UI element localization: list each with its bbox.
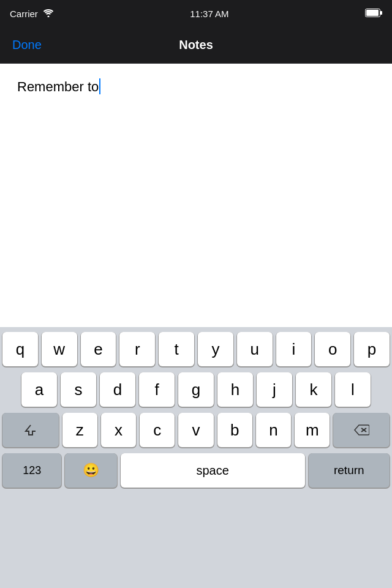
key-k[interactable]: k	[296, 372, 331, 407]
status-bar: Carrier 11:37 AM	[0, 0, 392, 27]
key-l[interactable]: l	[335, 372, 371, 407]
key-t[interactable]: t	[159, 332, 194, 366]
key-p[interactable]: p	[354, 332, 390, 366]
keyboard: q w e r t y u i o p a s d f g h j k l z …	[0, 327, 392, 588]
key-e[interactable]: e	[81, 332, 116, 366]
emoji-icon: 😀	[83, 462, 99, 478]
done-button[interactable]: Done	[12, 38, 42, 52]
key-m[interactable]: m	[295, 413, 330, 447]
keyboard-row-2: a s d f g h j k l	[0, 372, 392, 407]
keyboard-row-1: q w e r t y u i o p	[0, 332, 392, 366]
wifi-icon	[43, 9, 54, 19]
svg-rect-2	[380, 11, 382, 15]
key-w[interactable]: w	[42, 332, 77, 366]
key-n[interactable]: n	[256, 413, 291, 447]
nav-bar: Done Notes	[0, 27, 392, 64]
key-i[interactable]: i	[276, 332, 312, 366]
delete-key[interactable]	[333, 413, 390, 447]
key-b[interactable]: b	[217, 413, 252, 447]
key-g[interactable]: g	[178, 372, 214, 407]
key-j[interactable]: j	[257, 372, 292, 407]
return-key[interactable]: return	[309, 453, 390, 488]
numbers-key[interactable]: 123	[2, 453, 61, 488]
key-c[interactable]: c	[140, 413, 175, 447]
svg-rect-3	[366, 10, 379, 16]
key-h[interactable]: h	[217, 372, 253, 407]
key-x[interactable]: x	[101, 413, 136, 447]
time-display: 11:37 AM	[190, 9, 228, 19]
battery-icon	[365, 9, 382, 19]
emoji-key[interactable]: 😀	[65, 453, 116, 488]
key-o[interactable]: o	[315, 332, 350, 366]
keyboard-row-3: z x c v b n m	[0, 413, 392, 447]
key-z[interactable]: z	[62, 413, 97, 447]
svg-point-0	[47, 15, 49, 17]
notes-text: Remember to	[17, 79, 99, 94]
status-left: Carrier	[10, 9, 54, 19]
key-f[interactable]: f	[139, 372, 175, 407]
space-key[interactable]: space	[121, 453, 305, 488]
key-q[interactable]: q	[2, 332, 38, 366]
key-u[interactable]: u	[237, 332, 273, 366]
key-d[interactable]: d	[100, 372, 135, 407]
key-r[interactable]: r	[119, 332, 155, 366]
key-s[interactable]: s	[61, 372, 96, 407]
notes-content-area[interactable]: Remember to	[0, 64, 392, 327]
shift-key[interactable]	[2, 413, 59, 447]
key-v[interactable]: v	[178, 413, 213, 447]
nav-title: Notes	[179, 38, 213, 52]
key-a[interactable]: a	[21, 372, 57, 407]
key-y[interactable]: y	[198, 332, 233, 366]
keyboard-row-4: 123 😀 space return	[0, 453, 392, 488]
carrier-label: Carrier	[10, 9, 38, 19]
text-cursor	[99, 78, 100, 94]
